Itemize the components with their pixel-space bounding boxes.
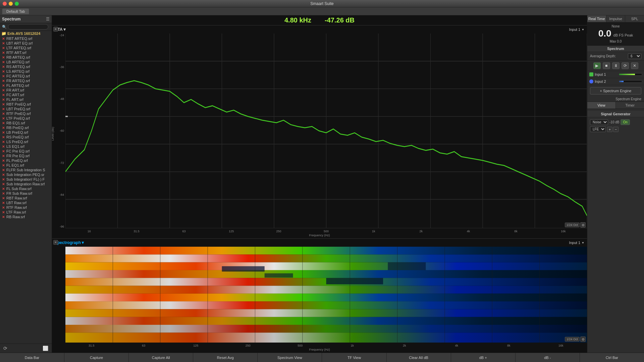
- rta-settings-button[interactable]: ⚙: [580, 222, 586, 228]
- sidebar-item-26[interactable]: ✕FR Pre EQ.srf: [0, 154, 52, 158]
- db-minus-button[interactable]: dB -: [516, 353, 580, 362]
- signal-type-select[interactable]: Noise Sine Pink: [590, 119, 608, 125]
- sidebar-item-label: RS PreEQ.srf: [6, 135, 29, 139]
- sidebar-item-6[interactable]: ✕LB ARTEQ.srf: [0, 60, 52, 64]
- sidebar-item-13[interactable]: ✕FC ART.srf: [0, 93, 52, 97]
- tab-view[interactable]: View: [587, 102, 616, 109]
- sidebar-item-38[interactable]: ✕LTF Raw.srf: [0, 210, 52, 215]
- tf-view-button[interactable]: TF View: [322, 353, 386, 362]
- sidebar-item-10[interactable]: ✕FR ARTEQ.srf: [0, 78, 52, 83]
- sidebar-item-25[interactable]: ✕FC Pre EQ.srf: [0, 149, 52, 154]
- input1-label[interactable]: Input 1: [595, 72, 618, 76]
- sidebar-item-14[interactable]: ✕FL ART.srf: [0, 97, 52, 102]
- sidebar-item-5[interactable]: ✕RB ARTEQ.srf: [0, 55, 52, 60]
- sidebar-item-2[interactable]: ✕LBT ART EQ.srf: [0, 41, 52, 46]
- sidebar-header: Spectrum ☰: [0, 15, 52, 23]
- sidebar-item-18[interactable]: ✕LTF PreEQ.srf: [0, 116, 52, 121]
- rta-header: RTA▼ Input 1 ▼: [52, 25, 587, 34]
- sidebar-item-21[interactable]: ✕LB PreEQ.srf: [0, 130, 52, 135]
- sidebar-item-28[interactable]: ✕FL EQ1.srf: [0, 163, 52, 168]
- traffic-lights[interactable]: [3, 2, 19, 6]
- sidebar-add-button[interactable]: ⟳: [2, 345, 9, 352]
- sidebar-item-36[interactable]: ✕LBT Raw.srf: [0, 200, 52, 205]
- svg-rect-34: [388, 262, 426, 270]
- averaging-depth-select[interactable]: 6 3 12 24: [628, 53, 641, 59]
- rta-x-label-315: 31.5: [113, 230, 160, 233]
- data-bar-button[interactable]: Data Bar: [0, 353, 64, 362]
- rta-x-label-250: 250: [255, 230, 302, 233]
- ctrl-bar-button[interactable]: Ctrl Bar: [580, 353, 644, 362]
- signal-channel-select[interactable]: LFE All L R: [590, 126, 606, 132]
- spectrum-view-button[interactable]: Spectrum View: [258, 353, 322, 362]
- file-x-icon: ✕: [1, 215, 5, 219]
- sidebar-item-0[interactable]: 📁Erik-AVS 16012024: [0, 31, 52, 36]
- sidebar-item-7[interactable]: ✕RS ARTEQ.srf: [0, 64, 52, 69]
- sidebar-item-27[interactable]: ✕FL PreEQ.srf: [0, 158, 52, 163]
- search-input[interactable]: [8, 24, 48, 29]
- spectro-close-button[interactable]: ✕: [53, 240, 58, 245]
- maximize-button[interactable]: [15, 2, 19, 6]
- sidebar-item-22[interactable]: ✕RS PreEQ.srf: [0, 135, 52, 139]
- sidebar-item-12[interactable]: ✕FR ART.srf: [0, 88, 52, 93]
- sidebar-item-16[interactable]: ✕LBT PreEQ.srf: [0, 107, 52, 111]
- file-x-icon: ✕: [1, 42, 5, 45]
- tab-real-time[interactable]: Real Time: [587, 15, 606, 22]
- sidebar-item-37[interactable]: ✕RTF Raw.srf: [0, 205, 52, 210]
- loop-button[interactable]: ⟳: [622, 62, 629, 69]
- signal-gen-channel-row: LFE All L R + −: [590, 126, 641, 132]
- sidebar-item-23[interactable]: ✕LS PreEQ.srf: [0, 139, 52, 144]
- sidebar-item-1[interactable]: ✕RBT ARTEQ.srf: [0, 36, 52, 41]
- clear-all-db-button[interactable]: Clear All dB: [387, 353, 451, 362]
- reset-button[interactable]: ✕: [631, 62, 638, 69]
- y-label-3: -48: [60, 97, 64, 101]
- sidebar-item-4[interactable]: ✕RTF ART.srf: [0, 50, 52, 55]
- rta-oct-badge[interactable]: 1/24 Oct: [565, 223, 580, 227]
- add-spectrum-button[interactable]: + Spectrum Engine: [590, 87, 641, 95]
- sidebar-item-17[interactable]: ✕RTF PreEQ.srf: [0, 111, 52, 116]
- sidebar-item-29[interactable]: ✕FLFR Sub Integration S: [0, 168, 52, 172]
- sidebar-item-32[interactable]: ✕Sub Integration Raw.srf: [0, 182, 52, 186]
- sidebar-item-15[interactable]: ✕RBT PreEQ.srf: [0, 102, 52, 107]
- spectro-settings-button[interactable]: ⚙: [580, 337, 586, 342]
- file-x-icon: ✕: [1, 140, 5, 144]
- capture-all-button[interactable]: Capture All: [129, 353, 193, 362]
- close-button[interactable]: [3, 2, 7, 6]
- sidebar-item-35[interactable]: ✕RBT Raw.srf: [0, 196, 52, 200]
- rta-close-button[interactable]: ✕: [53, 27, 58, 32]
- rta-chart: [65, 34, 587, 228]
- sidebar-item-9[interactable]: ✕FC ARTEQ.srf: [0, 74, 52, 78]
- sidebar-item-24[interactable]: ✕LS EQ1.srf: [0, 144, 52, 149]
- sidebar-item-30[interactable]: ✕Sub Integration PEQ.sr: [0, 172, 52, 177]
- tab-spl[interactable]: SPL: [625, 15, 644, 22]
- sidebar-item-33[interactable]: ✕FL Sub Raw.srf: [0, 186, 52, 191]
- tab-timer[interactable]: Timer: [616, 102, 644, 109]
- sidebar-item-3[interactable]: ✕LTF ARTEQ.srf: [0, 46, 52, 50]
- sidebar-item-34[interactable]: ✕FR Sub Raw.srf: [0, 191, 52, 196]
- stop-button[interactable]: ■: [603, 62, 610, 69]
- pause-button[interactable]: ⏸: [612, 62, 620, 69]
- play-button[interactable]: ▶: [593, 62, 601, 69]
- sidebar-item-19[interactable]: ✕RB EQ1.srf: [0, 121, 52, 125]
- default-tab[interactable]: Default Tab: [2, 8, 29, 14]
- db-plus-button[interactable]: dB +: [451, 353, 516, 362]
- rta-input-selector[interactable]: Input 1 ▼: [569, 27, 584, 32]
- sidebar-item-8[interactable]: ✕LS ARTEQ.srf: [0, 69, 52, 74]
- capture-button[interactable]: Capture: [64, 353, 129, 362]
- sidebar-item-39[interactable]: ✕RB Raw.srf: [0, 215, 52, 219]
- sidebar-item-20[interactable]: ✕RB PreEQ.srf: [0, 125, 52, 130]
- spectro-oct-badge[interactable]: 1/24 Oct: [565, 337, 580, 342]
- sidebar-item-11[interactable]: ✕FL ARTEQ.srf: [0, 83, 52, 88]
- tab-impulse[interactable]: Impulse: [606, 15, 626, 22]
- signal-on-button[interactable]: On: [621, 119, 630, 125]
- signal-minus-button[interactable]: −: [613, 127, 619, 132]
- reset-avg-button[interactable]: Reset Avg: [193, 353, 258, 362]
- file-x-icon: ✕: [1, 168, 5, 172]
- sidebar-delete-button[interactable]: ⬜: [41, 345, 50, 352]
- input2-label[interactable]: Input 2: [595, 79, 618, 83]
- minimize-button[interactable]: [9, 2, 13, 6]
- signal-plus-button[interactable]: +: [607, 127, 612, 132]
- sidebar-item-31[interactable]: ✕Sub Integration! FL(-) F: [0, 177, 52, 182]
- spectro-input-selector[interactable]: Input 1 ▼: [569, 241, 584, 245]
- titlebar: Smaart Suite: [0, 0, 644, 7]
- sidebar-collapse-icon[interactable]: ☰: [46, 17, 50, 21]
